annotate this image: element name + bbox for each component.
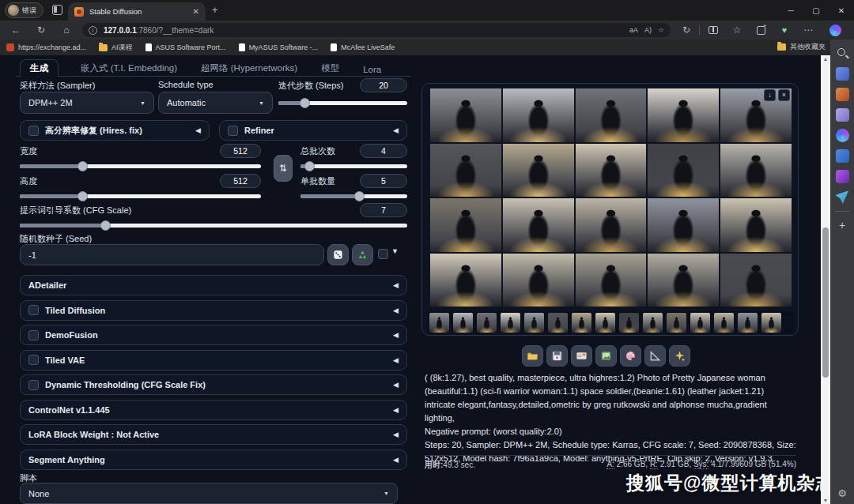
generated-image[interactable] [430,254,501,307]
refresh-icon[interactable]: ↻ [33,23,49,37]
width-slider[interactable] [20,160,261,171]
other-favorites[interactable]: 其他收藏夹 [777,42,826,52]
generated-image[interactable] [430,198,501,252]
browser-essentials-icon[interactable]: ♥ [777,23,792,37]
webui-tab-模型[interactable]: 模型 [319,60,341,77]
gallery-thumbnail[interactable] [619,313,639,333]
tab-close-icon[interactable]: ✕ [193,7,199,16]
collections-icon[interactable] [753,23,769,37]
script-dropdown[interactable]: None▼ [20,483,398,504]
gallery-thumbnail[interactable] [761,313,781,333]
browser-tab[interactable]: Stable Diffusion ✕ [68,2,206,21]
open-folder-button[interactable] [522,345,543,367]
gallery-thumbnail[interactable] [714,313,734,333]
seed-input[interactable]: -1 [20,244,324,265]
gallery-thumbnail[interactable] [572,313,591,333]
hires-fix-accordion[interactable]: 高分辨率修复 (Hires. fix) ◀ [20,120,210,141]
cfg-slider[interactable] [20,220,407,231]
profile-button[interactable]: 错误 [5,2,43,18]
generated-image[interactable] [576,144,647,197]
hires-fix-checkbox[interactable] [28,126,39,136]
send-to-img2img-button[interactable] [595,345,617,367]
upscale-button[interactable] [669,345,690,367]
translate-icon[interactable]: aA [629,26,638,34]
send-to-extras-button[interactable] [644,345,666,367]
refiner-accordion[interactable]: Refiner ◀ [219,120,407,141]
seed-extra-caret-icon[interactable]: ▼ [391,247,399,255]
gallery-thumbnail[interactable] [429,313,449,333]
sidebar-drop-icon[interactable] [836,190,849,204]
accordion-segment-anything[interactable]: Segment Anything◀ [20,449,407,470]
bookmark-item[interactable]: MyASUS Software -... [239,43,319,51]
reuse-seed-button[interactable] [352,244,373,265]
bookmark-item[interactable]: ASUS Software Port... [145,43,226,51]
webui-tab-Lora[interactable]: Lora [361,62,383,77]
generated-image[interactable] [576,254,647,307]
generated-image[interactable] [648,198,719,252]
steps-input[interactable]: 20 [360,78,407,92]
gallery-thumbnail[interactable] [548,313,568,333]
generated-image[interactable] [503,254,574,307]
split-screen-icon[interactable] [705,23,721,37]
maximize-button[interactable]: ▢ [803,0,829,21]
gallery-thumbnail[interactable] [453,313,473,333]
webui-tab-生成[interactable]: 生成 [20,59,59,77]
steps-slider[interactable] [278,97,407,108]
webui-tab-嵌入式 (T.I. Embedding)[interactable]: 嵌入式 (T.I. Embedding) [79,60,179,77]
bookmark-item[interactable]: https://exchange.ad... [6,43,86,51]
swap-dimensions-button[interactable]: ⇅ [274,155,293,182]
sidebar-outlook-icon[interactable] [836,149,849,163]
gallery-thumbnail[interactable] [643,313,663,333]
cfg-input[interactable]: 7 [360,203,407,217]
generated-image[interactable] [720,144,792,197]
accordion-tiled-vae[interactable]: Tiled VAE◀ [20,350,407,370]
height-input[interactable]: 512 [220,174,261,188]
sidebar-office-icon[interactable] [836,88,849,101]
gallery-thumbnail[interactable] [501,313,520,333]
minimize-button[interactable]: ─ [778,0,803,21]
batch-count-input[interactable]: 4 [360,144,407,158]
gallery-thumbnail[interactable] [667,313,686,333]
accordion-tiled-diffusion[interactable]: Tiled Diffusion◀ [20,300,407,321]
bookmark-item[interactable]: AI课程 [99,43,133,53]
accordion-checkbox[interactable] [28,305,39,315]
generated-image[interactable] [430,144,501,197]
sidebar-people-icon[interactable] [836,108,849,122]
batch-size-input[interactable]: 5 [360,174,407,188]
schedule-dropdown[interactable]: Automatic▼ [158,92,273,114]
gallery-thumbnail[interactable] [595,313,615,333]
read-aloud-icon[interactable]: A) [644,26,652,34]
generated-image[interactable] [503,144,574,197]
accordion-demofusion[interactable]: DemoFusion◀ [20,325,407,345]
scroll-up-icon[interactable]: ▲ [821,56,830,62]
scroll-down-icon[interactable]: ▼ [821,498,830,503]
accordion-checkbox[interactable] [28,330,39,340]
sidebar-shopping-icon[interactable] [836,67,849,81]
sidebar-add-icon[interactable]: + [836,219,849,232]
generated-image[interactable] [503,88,574,142]
width-input[interactable]: 512 [220,144,261,158]
sidebar-designer-icon[interactable] [836,170,849,183]
random-seed-button[interactable] [327,244,349,265]
generated-image[interactable] [576,198,647,252]
generated-image[interactable] [576,88,647,142]
save-zip-button[interactable] [571,345,592,367]
site-info-icon[interactable]: i [89,26,97,35]
accordion-adetailer[interactable]: ADetailer◀ [20,275,407,295]
workspaces-icon[interactable] [52,5,62,15]
sampler-dropdown[interactable]: DPM++ 2M▼ [20,92,154,114]
generated-image[interactable] [648,88,719,142]
back-icon[interactable]: ← [8,23,24,37]
address-bar[interactable]: i 127.0.0.1:7860/?__theme=dark aA A) ☆ [82,23,671,37]
gallery-thumbnail[interactable] [477,313,497,333]
batch-size-slider[interactable] [300,190,407,201]
generated-image[interactable] [648,144,719,197]
more-menu-icon[interactable]: ⋯ [800,23,816,37]
batch-count-slider[interactable] [300,160,407,171]
favorites-icon[interactable]: ☆ [729,23,745,37]
accordion-controlnet-v1-1-445[interactable]: ControlNet v1.1.445◀ [20,400,407,420]
gallery-thumbnail[interactable] [690,313,710,333]
webui-tab-超网络 (Hypernetworks)[interactable]: 超网络 (Hypernetworks) [199,60,299,77]
new-tab-button[interactable]: + [212,4,218,16]
extra-seed-checkbox[interactable] [378,249,388,259]
